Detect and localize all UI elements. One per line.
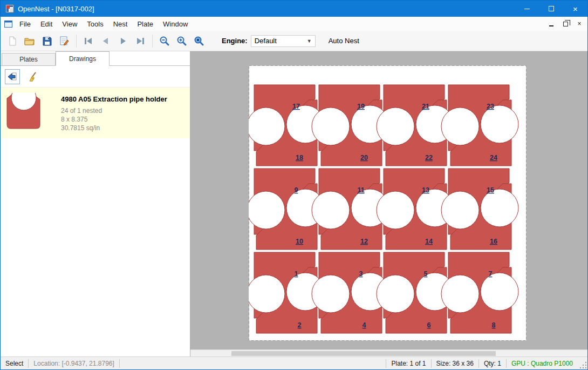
document-icon[interactable] [4,21,12,28]
part-number: 12 [360,238,368,245]
menu-view[interactable]: View [57,18,82,30]
nest-plate[interactable]: 171819202122232491011121314151612345678 [249,65,527,341]
mdi-restore-button[interactable] [562,20,569,28]
pipe-hole-cutout [377,275,414,313]
drawing-size: 8 x 8.375 [61,115,167,124]
nest-pair[interactable]: 2324 [441,85,518,166]
save-as-button[interactable] [56,33,73,49]
status-qty: Qty: 1 [479,360,506,367]
status-location: Location: [-0.9437, 21.8796] [29,360,119,367]
sidebar-tabs: Plates Drawings [1,51,190,66]
import-drawing-button[interactable] [5,69,20,84]
close-icon: × [573,4,578,14]
pipe-hole-cutout [481,273,518,311]
titlebar[interactable]: OpenNest - [N0317-002] × [1,1,587,17]
pipe-hole-cutout [441,107,479,145]
part-number: 6 [427,321,431,329]
main-toolbar: Engine: Default ▼ Auto Nest [1,31,587,51]
menu-plate[interactable]: Plate [132,18,158,30]
pipe-hole-cutout [249,191,285,229]
zoom-out-icon [159,36,170,46]
drawing-area: 30.7815 sq/in [61,124,167,132]
toolbar-separator [152,35,153,48]
scrollbar-thumb[interactable] [231,351,496,356]
clean-button[interactable] [25,69,40,84]
part-number: 21 [422,103,429,110]
part-number: 2 [298,321,302,329]
nest-pair[interactable]: 78 [441,252,518,333]
mdi-close-button[interactable]: × [576,20,583,28]
zoom-out-button[interactable] [156,33,173,49]
go-next-button[interactable] [114,33,132,49]
menu-nest[interactable]: Nest [108,18,133,30]
new-file-button[interactable] [4,33,21,49]
chevron-down-icon: ▼ [307,38,312,44]
status-gpu: GPU : Quadro P1000 [507,360,578,367]
zoom-in-icon [176,36,187,46]
maximize-icon [549,6,554,11]
tab-plates[interactable]: Plates [2,53,56,65]
pipe-hole-cutout [481,105,518,143]
part-number: 8 [492,321,496,329]
save-button[interactable] [38,33,56,49]
pipe-hole-cutout [249,107,285,145]
pipe-hole-cutout [312,191,350,229]
sidebar: Plates Drawings [1,51,190,356]
go-last-icon [135,37,146,45]
menubar: File Edit View Tools Nest Plate Window × [1,17,587,31]
go-next-icon [118,37,128,45]
minimize-icon [524,9,530,9]
new-file-icon [7,36,18,46]
auto-nest-button[interactable]: Auto Nest [325,35,363,47]
drawing-title: 4980 A05 Extraction pipe holder [61,95,167,103]
part-number: 17 [292,103,300,110]
drawing-nested-count: 24 of 1 nested [61,106,167,115]
open-file-button[interactable] [21,33,38,49]
menu-edit[interactable]: Edit [36,18,57,30]
tab-drawings[interactable]: Drawings [56,51,110,66]
statusbar: Select Location: [-0.9437, 21.8796] Plat… [1,356,587,369]
go-previous-button[interactable] [97,33,114,49]
status-separator [119,359,120,368]
part-number: 9 [295,186,298,194]
maximize-button[interactable] [539,1,563,17]
mdi-close-icon: × [577,20,581,28]
resize-grip[interactable] [579,360,587,369]
toolbar-separator [76,35,77,48]
part-number: 15 [487,186,494,194]
open-folder-icon [24,36,36,46]
mdi-window-controls: × [548,20,587,28]
go-first-button[interactable] [80,33,97,49]
engine-select[interactable]: Default ▼ [251,35,316,47]
zoom-fit-button[interactable] [190,33,208,49]
save-floppy-icon [42,36,52,46]
mdi-minimize-button[interactable] [548,20,555,28]
broom-icon [28,71,38,82]
app-window: OpenNest - [N0317-002] × File Edit View … [0,0,588,370]
pipe-hole-cutout [481,189,518,227]
pipe-hole-cutout [312,275,350,313]
part-number: 18 [296,154,303,162]
save-as-icon [59,36,70,46]
pipe-hole-cutout [312,107,350,145]
horizontal-scrollbar[interactable] [190,349,587,356]
drawing-list-item[interactable]: 4980 A05 Extraction pipe holder 24 of 1 … [1,88,190,138]
part-number: 10 [296,238,303,245]
part-number: 11 [357,186,364,194]
nest-pair[interactable]: 1516 [441,169,518,250]
nest-canvas[interactable]: 171819202122232491011121314151612345678 [190,51,587,356]
part-number: 7 [489,270,493,278]
go-last-button[interactable] [132,33,149,49]
status-mode: Select [1,360,28,367]
minimize-button[interactable] [515,1,539,17]
menu-tools[interactable]: Tools [82,18,108,30]
app-icon [5,4,14,13]
part-number: 16 [490,238,497,245]
close-button[interactable]: × [563,1,587,17]
go-first-icon [83,37,94,45]
zoom-in-button[interactable] [173,33,190,49]
zoom-fit-icon [194,36,204,46]
window-controls: × [515,1,587,17]
menu-file[interactable]: File [15,18,36,30]
menu-window[interactable]: Window [158,18,193,30]
